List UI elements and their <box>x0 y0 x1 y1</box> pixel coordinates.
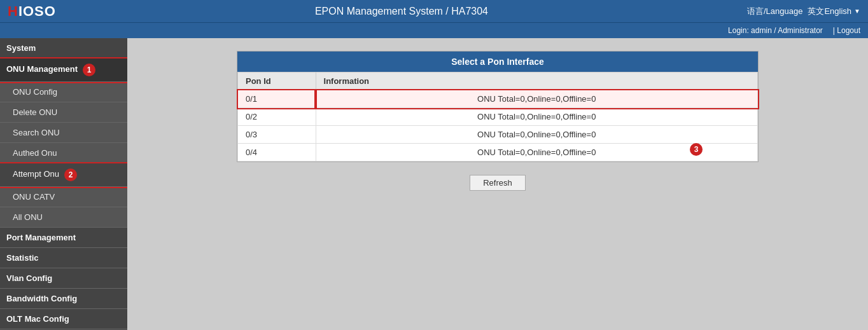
header-bottom: Login: admin / Administrator | Logout <box>0 22 868 38</box>
sidebar-label-olt-mac-config: OLT Mac Config <box>6 314 69 324</box>
chevron-down-icon: ▼ <box>854 8 860 15</box>
sidebar-label-onu-management: ONU Management <box>6 64 78 74</box>
sidebar-label-all-onu: All ONU <box>13 212 43 222</box>
sidebar-label-system: System <box>6 43 36 53</box>
badge-3: 3 <box>690 143 703 156</box>
sidebar-item-onu-catv[interactable]: ONU CATV <box>0 187 127 207</box>
table-row[interactable]: 0/4ONU Total=0,Online=0,Offline=0 <box>238 144 758 162</box>
main-layout: SystemONU Management1ONU ConfigDelete ON… <box>0 38 868 330</box>
pon-info-cell: ONU Total=0,Online=0,Offline=0 <box>316 90 757 108</box>
refresh-section: Refresh <box>140 175 855 191</box>
sidebar-label-attempt-onu: Attempt Onu <box>13 169 59 179</box>
pon-id-cell: 0/1 <box>238 90 316 108</box>
badge-3-wrapper: 3 <box>685 143 703 156</box>
logo-rest: IOSO <box>18 3 56 19</box>
refresh-button[interactable]: Refresh <box>470 175 526 191</box>
table-row[interactable]: 0/1ONU Total=0,Online=0,Offline=0 <box>238 90 758 108</box>
sidebar-label-search-onu: Search ONU <box>13 128 60 137</box>
language-value: 英文English <box>808 6 851 17</box>
sidebar-item-search-onu[interactable]: Search ONU <box>0 123 127 143</box>
sidebar-item-system[interactable]: System <box>0 38 127 58</box>
badge-1: 1 <box>83 64 95 76</box>
sidebar-item-vlan-config[interactable]: Vlan Config <box>0 268 127 289</box>
sidebar-label-statistic: Statistic <box>6 253 39 263</box>
sidebar-item-onu-config[interactable]: ONU Config <box>0 82 127 102</box>
language-dropdown[interactable]: 英文English ▼ <box>808 6 860 17</box>
sidebar-label-onu-catv: ONU CATV <box>13 192 55 202</box>
sidebar-item-port-management[interactable]: Port Management <box>0 228 127 248</box>
sidebar-item-all-onu[interactable]: All ONU <box>0 207 127 228</box>
sidebar-item-olt-mac-config[interactable]: OLT Mac Config <box>0 309 127 329</box>
table-row[interactable]: 0/3ONU Total=0,Online=0,Offline=0 <box>238 126 758 144</box>
pon-id-cell: 0/2 <box>238 108 316 126</box>
logo: HIOSO <box>8 3 56 20</box>
pon-info-cell: ONU Total=0,Online=0,Offline=0 <box>316 108 757 126</box>
sidebar-label-bandwidth-config: Bandwidth Config <box>6 294 77 303</box>
pon-info-cell: ONU Total=0,Online=0,Offline=0 <box>316 126 757 144</box>
sidebar-item-delete-onu[interactable]: Delete ONU <box>0 102 127 123</box>
table-row[interactable]: 0/2ONU Total=0,Online=0,Offline=0 <box>238 108 758 126</box>
header-lang: 语言/Language 英文English ▼ <box>747 6 860 17</box>
pon-id-cell: 0/4 <box>238 144 316 162</box>
language-label: 语言/Language <box>747 6 802 17</box>
logout-link[interactable]: | Logout <box>833 26 860 35</box>
header-title: EPON Management System / HA7304 <box>315 6 488 17</box>
sidebar-label-vlan-config: Vlan Config <box>6 273 52 283</box>
content-area: Select a Pon Interface Pon Id Informatio… <box>127 38 868 330</box>
pon-id-cell: 0/3 <box>238 126 316 144</box>
sidebar-item-statistic[interactable]: Statistic <box>0 248 127 268</box>
pon-table: Pon Id Information 0/1ONU Total=0,Online… <box>237 72 758 162</box>
header-top: HIOSO EPON Management System / HA7304 语言… <box>0 0 868 22</box>
pon-panel-title: Select a Pon Interface <box>237 52 758 72</box>
sidebar-item-attempt-onu[interactable]: Attempt Onu2 <box>0 163 127 187</box>
sidebar-label-authed-onu: Authed Onu <box>13 148 57 158</box>
table-header-row: Pon Id Information <box>238 72 758 90</box>
logo-text: HIOSO <box>8 3 56 20</box>
sidebar-item-bandwidth-config[interactable]: Bandwidth Config <box>0 289 127 309</box>
sidebar-label-delete-onu: Delete ONU <box>13 107 57 117</box>
sidebar-item-authed-onu[interactable]: Authed Onu <box>0 143 127 163</box>
logo-h: H <box>8 3 18 19</box>
login-info: Login: admin / Administrator <box>728 26 823 35</box>
sidebar-label-onu-config: ONU Config <box>13 87 57 97</box>
sidebar-label-port-management: Port Management <box>6 233 76 242</box>
badge-2: 2 <box>64 168 77 181</box>
pon-interface-panel: Select a Pon Interface Pon Id Informatio… <box>237 51 759 162</box>
col-header-information: Information <box>316 72 757 90</box>
sidebar-item-onu-management[interactable]: ONU Management1 <box>0 58 127 82</box>
col-header-pon-id: Pon Id <box>238 72 316 90</box>
sidebar: SystemONU Management1ONU ConfigDelete ON… <box>0 38 127 330</box>
